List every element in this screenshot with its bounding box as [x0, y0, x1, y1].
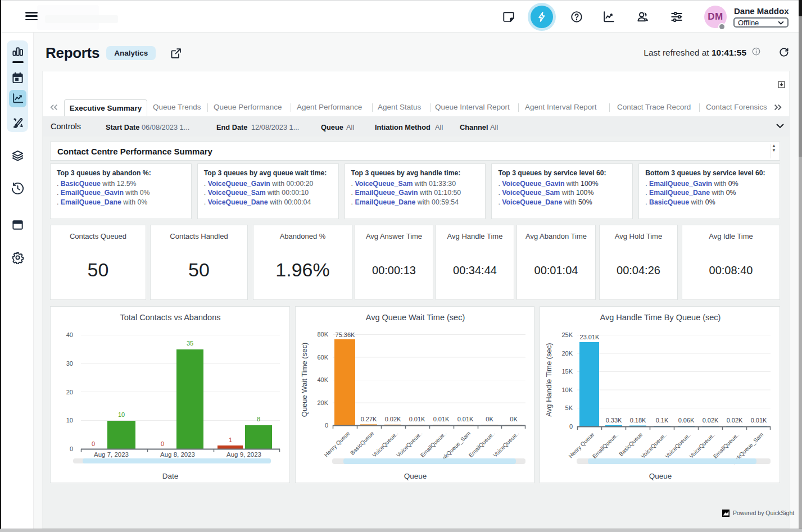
svg-text:BasicQueue: BasicQueue — [618, 431, 644, 457]
svg-text:0.01K: 0.01K — [751, 417, 767, 424]
svg-text:75.36K: 75.36K — [336, 331, 356, 338]
svg-text:35: 35 — [187, 340, 193, 347]
svg-text:20: 20 — [66, 389, 73, 395]
svg-text:20K: 20K — [561, 350, 573, 357]
svg-text:10K: 10K — [561, 387, 573, 393]
svg-text:0: 0 — [569, 423, 573, 430]
svg-text:Queue Wait Time (sec): Queue Wait Time (sec) — [300, 343, 309, 417]
svg-text:Total Contacts vs Abandons: Total Contacts vs Abandons — [120, 313, 221, 322]
svg-text:23.01K: 23.01K — [580, 334, 600, 340]
svg-text:Queue: Queue — [649, 472, 672, 480]
svg-text:BasicQueue: BasicQueue — [349, 430, 375, 456]
svg-text:0.02K: 0.02K — [703, 417, 719, 424]
svg-text:Avg Handle Time (sec): Avg Handle Time (sec) — [545, 343, 553, 416]
svg-text:0: 0 — [92, 440, 95, 447]
svg-text:25K: 25K — [561, 331, 573, 338]
svg-text:Queue: Queue — [404, 472, 427, 480]
svg-text:8: 8 — [257, 416, 260, 422]
svg-text:0.01K: 0.01K — [457, 416, 474, 422]
svg-text:Date: Date — [162, 472, 179, 480]
svg-text:0K: 0K — [486, 416, 493, 422]
svg-text:0.01K: 0.01K — [409, 416, 425, 422]
svg-text:1: 1 — [229, 436, 232, 443]
svg-text:Aug 9, 2023: Aug 9, 2023 — [226, 451, 261, 458]
svg-text:0.27K: 0.27K — [361, 416, 377, 422]
svg-text:Avg Handle Time By Queue (sec): Avg Handle Time By Queue (sec) — [600, 313, 721, 322]
svg-text:EmailQueue..: EmailQueue.. — [591, 431, 620, 460]
svg-text:0: 0 — [325, 422, 328, 429]
svg-text:20K: 20K — [317, 399, 328, 406]
svg-text:Aug 7, 2023: Aug 7, 2023 — [94, 451, 129, 458]
svg-text:VoiceQueue..: VoiceQueue.. — [492, 430, 520, 458]
svg-text:0K: 0K — [510, 416, 518, 422]
svg-text:40: 40 — [66, 331, 73, 338]
svg-text:60K: 60K — [317, 354, 328, 361]
svg-text:30: 30 — [66, 360, 73, 367]
svg-text:0.06K: 0.06K — [678, 417, 695, 424]
svg-text:0.02K: 0.02K — [727, 417, 743, 424]
svg-text:0: 0 — [161, 440, 164, 447]
svg-text:0: 0 — [70, 445, 73, 452]
svg-text:80K: 80K — [317, 331, 328, 338]
svg-text:Henry Queue: Henry Queue — [323, 430, 351, 458]
svg-text:40K: 40K — [317, 376, 328, 383]
svg-text:0.02K: 0.02K — [385, 416, 401, 422]
svg-text:5K: 5K — [565, 404, 573, 411]
svg-text:10: 10 — [66, 417, 73, 424]
svg-text:0.33K: 0.33K — [606, 417, 622, 424]
svg-text:10: 10 — [118, 411, 125, 418]
svg-text:15K: 15K — [561, 368, 573, 375]
svg-text:0.1K: 0.1K — [656, 417, 669, 424]
svg-text:Aug 8, 2023: Aug 8, 2023 — [160, 451, 195, 458]
svg-text:Avg Queue Wait Time (sec): Avg Queue Wait Time (sec) — [366, 313, 465, 322]
svg-text:0.18K: 0.18K — [630, 417, 646, 424]
svg-text:0.01K: 0.01K — [433, 416, 450, 422]
